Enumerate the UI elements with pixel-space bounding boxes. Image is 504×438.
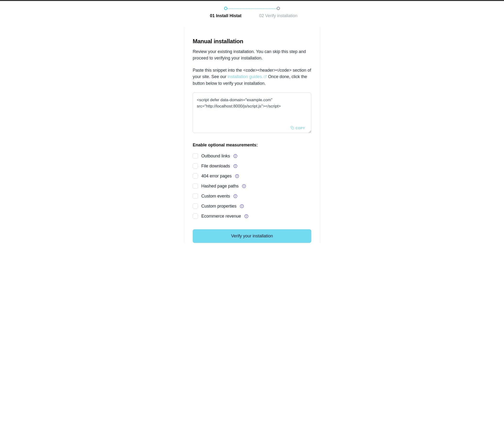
step-verify-label: 02 Verify installation [259,13,298,18]
svg-point-4 [235,155,236,155]
snippet-box: COPY [193,92,311,134]
svg-point-13 [244,185,244,185]
checkbox-custom-properties[interactable] [193,203,198,209]
step-connector [226,8,278,9]
copy-button[interactable]: COPY [290,126,305,130]
svg-point-16 [235,195,236,195]
svg-point-22 [246,215,247,215]
opt-custom-properties: Custom properties [193,201,311,211]
opt-file-downloads-label: File downloads [201,164,230,169]
instr-prefix: Paste this snippet into the [193,68,243,73]
opt-404-error-pages: 404 error pages [193,171,311,181]
instructions-paragraph: Paste this snippet into the <code><heade… [193,67,311,87]
optional-heading: Enable optional measurements: [193,142,311,148]
instr-code: <code><header></code> [243,68,291,73]
step-install[interactable]: 01 Install Histat [199,7,252,18]
installation-guides-link[interactable]: installation guides. [228,74,267,79]
svg-line-0 [265,76,266,77]
checkbox-custom-events[interactable] [193,193,198,199]
info-icon[interactable] [233,164,237,168]
opt-outbound-links: Outbound links [193,151,311,161]
opt-hashed-page-paths-label: Hashed page paths [201,184,239,189]
info-icon[interactable] [242,184,246,188]
info-icon[interactable] [240,204,244,208]
opt-custom-properties-label: Custom properties [201,204,236,209]
checkbox-ecommerce-revenue[interactable] [193,214,198,219]
lead-paragraph: Review your existing installation. You c… [193,48,311,61]
opt-404-error-pages-label: 404 error pages [201,174,232,179]
checkbox-file-downloads[interactable] [193,163,198,169]
info-icon[interactable] [235,174,239,178]
checkbox-hashed-page-paths[interactable] [193,183,198,189]
installation-guides-link-text: installation guides. [228,74,263,79]
opt-custom-events-label: Custom events [201,194,230,199]
opt-custom-events: Custom events [193,191,311,201]
step-install-label: 01 Install Histat [210,13,241,18]
checkbox-outbound-links[interactable] [193,153,198,159]
verify-installation-button[interactable]: Verify your installation [193,229,311,243]
opt-file-downloads: File downloads [193,161,311,171]
info-icon[interactable] [233,194,237,198]
opt-ecommerce-revenue: Ecommerce revenue [193,211,311,221]
svg-point-10 [237,175,237,175]
step-dot-active-icon [224,7,227,10]
installation-card: Manual installation Review your existing… [184,27,320,243]
svg-rect-1 [292,127,294,129]
svg-point-19 [242,205,242,205]
svg-point-7 [235,165,236,165]
clipboard-icon [290,126,294,130]
opt-hashed-page-paths: Hashed page paths [193,181,311,191]
info-icon[interactable] [233,154,237,158]
opt-ecommerce-revenue-label: Ecommerce revenue [201,214,241,219]
checkbox-404-error-pages[interactable] [193,173,198,179]
optional-measurements-list: Outbound links File downloads 404 error … [193,151,311,221]
info-icon[interactable] [244,214,248,218]
opt-outbound-links-label: Outbound links [201,153,230,159]
step-dot-inactive-icon [277,7,280,10]
page-title: Manual installation [193,38,311,45]
copy-button-label: COPY [296,126,305,130]
external-link-icon [263,74,267,80]
stepper: 01 Install Histat 02 Verify installation [0,1,504,18]
